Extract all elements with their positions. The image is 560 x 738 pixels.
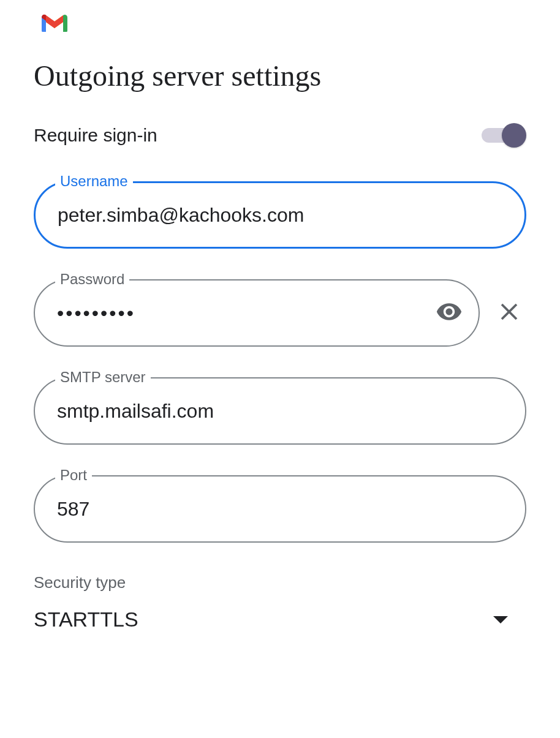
smtp-label: SMTP server [55, 369, 151, 386]
username-field-group: Username [34, 181, 526, 249]
port-label: Port [55, 467, 92, 484]
chevron-down-icon [493, 616, 508, 623]
password-input[interactable] [34, 279, 480, 347]
password-label: Password [55, 271, 129, 288]
visibility-toggle-icon[interactable] [436, 298, 463, 328]
security-type-section: Security type STARTTLS [34, 573, 526, 631]
security-type-value: STARTTLS [34, 608, 138, 631]
security-type-select[interactable]: STARTTLS [34, 608, 526, 631]
smtp-field-group: SMTP server [34, 377, 526, 445]
smtp-server-input[interactable] [34, 377, 526, 445]
page-title: Outgoing server settings [34, 59, 526, 92]
port-field-group: Port [34, 475, 526, 543]
password-field-group: Password [34, 279, 526, 347]
username-input[interactable] [34, 181, 526, 249]
username-label: Username [55, 173, 133, 190]
require-signin-toggle[interactable] [480, 123, 523, 148]
require-signin-label: Require sign-in [34, 125, 157, 146]
toggle-thumb [502, 123, 526, 148]
port-input[interactable] [34, 475, 526, 543]
require-signin-toggle-row: Require sign-in [34, 123, 526, 148]
gmail-logo-icon [40, 12, 69, 34]
security-type-label: Security type [34, 573, 526, 592]
clear-password-icon[interactable] [492, 295, 526, 331]
